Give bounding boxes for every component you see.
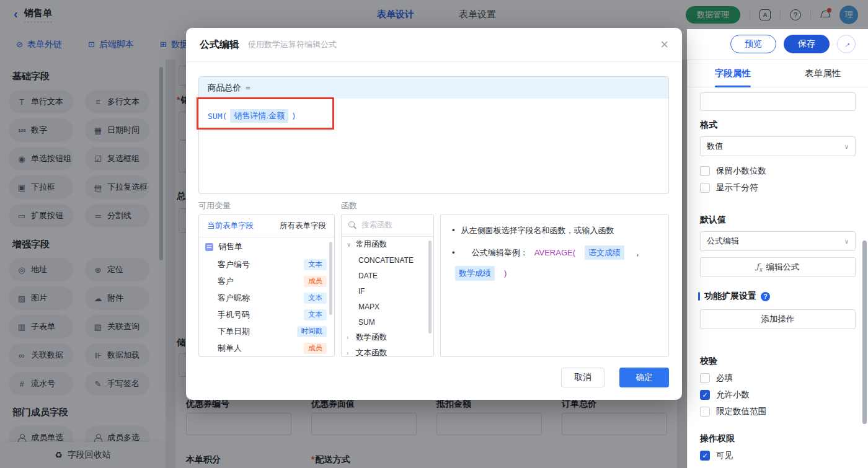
checkbox-box [700, 407, 710, 417]
example-comma: ， [634, 247, 642, 259]
share-button[interactable]: → [837, 35, 856, 53]
chevron-down-icon: ∨ [844, 143, 849, 150]
permission-label: 操作权限 [700, 433, 735, 444]
checkbox-thousand-separator[interactable]: 显示千分符 [700, 182, 758, 193]
search-placeholder: 搜索函数 [361, 220, 392, 231]
add-action-label: 添加操作 [761, 314, 795, 325]
validation-label: 校验 [700, 356, 717, 367]
function-if[interactable]: IF [342, 283, 433, 299]
variables-scrollbar[interactable] [329, 242, 332, 315]
functions-panel: 搜索函数 ∨ 常用函数 CONCATENATE DATE IF MAPX SUM… [341, 214, 434, 357]
variable-name: 制单人 [218, 343, 242, 354]
variable-row-order-date[interactable]: 下单日期 时间戳 [199, 323, 334, 340]
confirm-button[interactable]: 确定 [619, 368, 669, 387]
variable-row-customer[interactable]: 客户 成员 [199, 273, 334, 289]
checkbox-keep-decimal[interactable]: 保留小数位数 [700, 166, 766, 177]
checkbox-label: 保留小数位数 [716, 166, 766, 177]
variable-type-badge: 成员 [304, 276, 327, 287]
variable-type-badge: 文本 [304, 259, 327, 270]
modal-subtitle: 使用数学运算符编辑公式 [248, 39, 337, 50]
variable-name: 客户编号 [218, 259, 250, 270]
field-token[interactable]: 销售详情.金额 [230, 109, 288, 123]
help-example-label: 公式编辑举例： [472, 247, 528, 259]
checkbox-box-checked [700, 451, 710, 461]
variable-type-badge: 文本 [304, 293, 327, 304]
variable-tree-root[interactable]: 销售单 [199, 237, 334, 256]
example-close-paren: ) [504, 267, 507, 280]
variable-name: 手机号码 [218, 309, 250, 320]
function-concatenate[interactable]: CONCATENATE [342, 252, 433, 268]
variables-panel: 当前表单字段 所有表单字段 销售单 客户编号 文本 客户 成员 客户昵称 文本 … [198, 214, 335, 357]
tab-field-properties[interactable]: 字段属性 [688, 60, 778, 87]
tab-all-form-fields[interactable]: 所有表单字段 [280, 221, 326, 231]
panel-scrollbar[interactable] [862, 241, 867, 424]
modal-overlay-top [0, 0, 868, 29]
function-group-label: 文本函数 [356, 348, 387, 357]
bullet: • [452, 224, 455, 237]
save-button[interactable]: 保存 [784, 35, 830, 53]
extension-settings-label: 功能扩展设置 [704, 291, 756, 302]
formula-close-paren: ) [291, 112, 296, 121]
function-group-common[interactable]: ∨ 常用函数 [342, 237, 433, 252]
extension-settings-header: 功能扩展设置 ? [698, 291, 770, 302]
variable-row-creator[interactable]: 制单人 成员 [199, 340, 334, 356]
search-icon [348, 221, 356, 229]
checkbox-limit-range[interactable]: 限定数值范围 [700, 406, 766, 417]
field-title-input[interactable] [700, 92, 856, 111]
variable-row-nickname[interactable]: 客户昵称 文本 [199, 289, 334, 306]
example-function: AVERAGE( [534, 247, 575, 259]
function-mapx[interactable]: MAPX [342, 299, 433, 314]
checkbox-label: 可见 [716, 450, 733, 461]
default-value-label: 默认值 [700, 214, 726, 226]
chevron-right-icon: › [347, 350, 352, 356]
variable-name: 客户昵称 [218, 293, 250, 304]
function-sum[interactable]: SUM [342, 314, 433, 330]
cancel-button[interactable]: 取消 [561, 368, 604, 387]
formula-expression[interactable]: SUM( 销售详情.金额 ) [199, 99, 668, 133]
tab-form-properties[interactable]: 表单属性 [778, 60, 868, 87]
functions-label: 函数 [341, 200, 357, 211]
checkbox-required[interactable]: 必填 [700, 373, 733, 384]
modal-title: 公式编辑 [200, 38, 239, 51]
formula-function: SUM( [208, 112, 227, 121]
question-icon[interactable]: ? [761, 292, 770, 301]
form-designer-app: ‹ 销售单 表单设计 表单设置 数据管理 A ? 理 ⊘ 表单外链 ⊡ 后端脚本 [0, 0, 868, 468]
variable-row-phone[interactable]: 手机号码 文本 [199, 306, 334, 323]
close-icon[interactable]: × [660, 38, 668, 51]
section-bar [698, 292, 700, 301]
variable-type-badge: 成员 [304, 343, 327, 354]
checkbox-visible[interactable]: 可见 [700, 450, 733, 461]
share-arrow-icon: → [839, 37, 852, 50]
variable-row-customer-id[interactable]: 客户编号 文本 [199, 256, 334, 273]
checkbox-box-checked [700, 390, 710, 400]
checkbox-allow-decimal[interactable]: 允许小数 [700, 389, 750, 400]
formula-editor-modal: 公式编辑 使用数学运算符编辑公式 × 商品总价 = SUM( 销售详情.金额 )… [186, 28, 682, 400]
tab-current-form-fields[interactable]: 当前表单字段 [207, 221, 254, 231]
function-group-text[interactable]: › 文本函数 [342, 345, 433, 357]
function-search-input[interactable]: 搜索函数 [342, 214, 433, 237]
checkbox-label: 显示千分符 [716, 182, 758, 193]
properties-panel: 字段属性 表单属性 格式 数值 ∨ 保留小数位数 显示千分符 默认值 公式编辑 … [687, 60, 868, 468]
variable-type-badge: 时间戳 [297, 326, 327, 337]
checkbox-label: 限定数值范围 [716, 406, 766, 417]
functions-scrollbar[interactable] [428, 241, 432, 333]
example-token: 数学成绩 [455, 266, 495, 281]
function-group-label: 数学函数 [356, 332, 387, 343]
form-doc-icon [205, 243, 213, 251]
bullet: • [452, 247, 455, 259]
edit-formula-button[interactable]: ƒx 编辑公式 [700, 257, 856, 277]
default-value-select[interactable]: 公式编辑 ∨ [700, 231, 856, 251]
function-group-math[interactable]: › 数学函数 [342, 330, 433, 345]
add-action-button[interactable]: 添加操作 [700, 309, 856, 329]
function-date[interactable]: DATE [342, 268, 433, 283]
formula-editor-box[interactable]: 商品总价 = SUM( 销售详情.金额 ) [198, 76, 669, 194]
checkbox-label: 允许小数 [716, 389, 750, 400]
checkbox-box [700, 373, 710, 383]
preview-button[interactable]: 预览 [730, 35, 776, 53]
function-group-label: 常用函数 [356, 239, 387, 250]
chevron-right-icon: › [347, 334, 352, 341]
format-select[interactable]: 数值 ∨ [700, 136, 856, 156]
variable-name: 客户 [218, 276, 234, 287]
variables-label: 可用变量 [198, 200, 231, 211]
chevron-down-icon: ∨ [347, 241, 352, 248]
